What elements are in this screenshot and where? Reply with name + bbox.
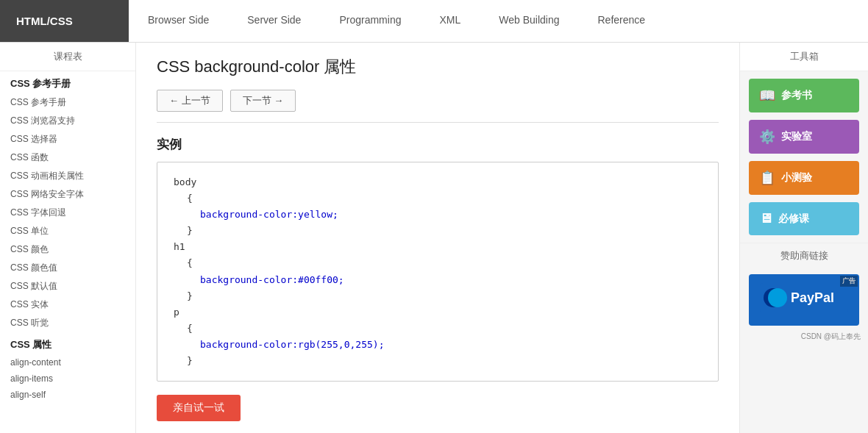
sidebar-item-css-func[interactable]: CSS 函数: [0, 148, 135, 167]
sidebar-title: 课程表: [0, 43, 135, 71]
sidebar-item-css-ref[interactable]: CSS 参考手册: [0, 93, 135, 112]
tool-btn-reference-label: 参考书: [781, 89, 812, 102]
sidebar-item-css-fontfallback[interactable]: CSS 字体回退: [0, 204, 135, 222]
sidebar: 课程表 CSS 参考手册 CSS 参考手册 CSS 浏览器支持 CSS 选择器 …: [0, 43, 136, 433]
tool-btn-quiz-label: 小测验: [781, 171, 812, 185]
quiz-icon: 📋: [759, 170, 775, 186]
course-icon: 🖥: [759, 211, 772, 226]
tool-btn-course-label: 必修课: [778, 212, 809, 226]
sidebar-item-css-entity[interactable]: CSS 实体: [0, 296, 135, 314]
nav-item-server-side[interactable]: Server Side: [228, 0, 320, 42]
nav-brand: HTML/CSS: [0, 0, 129, 42]
try-button[interactable]: 亲自试一试: [157, 395, 241, 421]
sidebar-item-align-items[interactable]: align-items: [0, 371, 135, 387]
sidebar-item-css-anim[interactable]: CSS 动画相关属性: [0, 167, 135, 185]
sidebar-group1-title: CSS 参考手册: [0, 71, 135, 93]
sponsor-image[interactable]: 广告 PayPal: [749, 274, 859, 326]
sidebar-item-css-unit[interactable]: CSS 单位: [0, 222, 135, 240]
code-block: body { background-color:yellow; } h1 { b…: [157, 162, 719, 382]
sidebar-item-css-color[interactable]: CSS 颜色: [0, 240, 135, 259]
next-button[interactable]: 下一节 →: [230, 90, 296, 112]
sidebar-item-css-websafe[interactable]: CSS 网络安全字体: [0, 185, 135, 204]
svg-text:PayPal: PayPal: [791, 290, 834, 305]
paypal-logo: PayPal: [760, 283, 848, 317]
sidebar-item-align-self[interactable]: align-self: [0, 387, 135, 403]
layout: 课程表 CSS 参考手册 CSS 参考手册 CSS 浏览器支持 CSS 选择器 …: [0, 43, 868, 433]
section-title: 实例: [157, 136, 719, 153]
sidebar-item-align-content[interactable]: align-content: [0, 354, 135, 371]
prev-button[interactable]: ← 上一节: [157, 90, 223, 112]
sidebar-item-css-default[interactable]: CSS 默认值: [0, 277, 135, 296]
sponsor-title: 赞助商链接: [740, 243, 868, 268]
right-panel-title: 工具箱: [740, 43, 868, 71]
nav-items: Browser Side Server Side Programming XML…: [129, 0, 868, 42]
tool-btn-lab-label: 实验室: [781, 130, 812, 143]
main-content: CSS background-color 属性 ← 上一节 下一节 → 实例 b…: [136, 43, 739, 433]
right-panel: 工具箱 📖 参考书 ⚙️ 实验室 📋 小测验 🖥 必修课 赞助商链接 广告: [739, 43, 868, 433]
nav-buttons: ← 上一节 下一节 →: [157, 90, 719, 112]
nav-item-web-building[interactable]: Web Building: [480, 0, 578, 42]
ad-label: 广告: [840, 276, 858, 287]
divider: [157, 122, 719, 123]
nav-item-reference[interactable]: Reference: [579, 0, 665, 42]
tool-btn-reference[interactable]: 📖 参考书: [749, 79, 859, 112]
sidebar-group2-title: CSS 属性: [0, 332, 135, 354]
nav-item-xml[interactable]: XML: [420, 0, 480, 42]
nav-item-programming[interactable]: Programming: [320, 0, 420, 42]
book-icon: 📖: [759, 87, 775, 104]
tool-btn-course[interactable]: 🖥 必修课: [749, 202, 859, 235]
svg-point-2: [768, 288, 787, 307]
top-navigation: HTML/CSS Browser Side Server Side Progra…: [0, 0, 868, 43]
tool-btn-quiz[interactable]: 📋 小测验: [749, 161, 859, 195]
nav-item-browser-side[interactable]: Browser Side: [129, 0, 228, 42]
sponsor-sub-text: CSDN @码上奉先: [740, 332, 868, 342]
sidebar-item-css-selector[interactable]: CSS 选择器: [0, 130, 135, 148]
tool-btn-lab[interactable]: ⚙️ 实验室: [749, 120, 859, 154]
sidebar-item-css-aural[interactable]: CSS 听觉: [0, 314, 135, 332]
lab-icon: ⚙️: [759, 129, 775, 145]
page-title: CSS background-color 属性: [157, 56, 719, 78]
sidebar-item-css-browser[interactable]: CSS 浏览器支持: [0, 112, 135, 130]
sidebar-item-css-colorval[interactable]: CSS 颜色值: [0, 259, 135, 277]
